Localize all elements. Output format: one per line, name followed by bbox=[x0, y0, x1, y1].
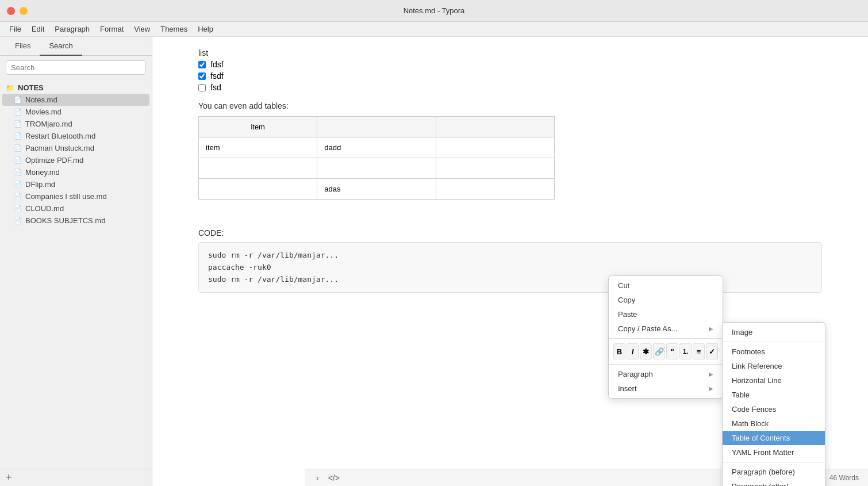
table-cell bbox=[436, 158, 554, 179]
submenu-math-block[interactable]: Math Block bbox=[723, 416, 825, 431]
format-ordered-button[interactable]: 1. bbox=[679, 343, 692, 359]
menu-view[interactable]: View bbox=[129, 24, 155, 35]
format-quote-button[interactable]: " bbox=[666, 343, 678, 359]
folder-notes[interactable]: 📁 NOTES bbox=[0, 82, 152, 94]
submenu-arrow-icon: ▶ bbox=[709, 326, 713, 332]
checkbox-fdsf-input[interactable] bbox=[198, 61, 206, 68]
checkbox-fsdf-input[interactable] bbox=[198, 72, 206, 80]
content-area: list fdsf fsdf fsd You can even add tabl… bbox=[152, 37, 868, 486]
editor-table: item item dadd bbox=[198, 116, 555, 200]
nav-back-button[interactable]: ‹ bbox=[314, 472, 321, 484]
code-label: CODE: bbox=[198, 228, 822, 238]
file-item-pacman[interactable]: 📄 Pacman Unstuck.md bbox=[0, 142, 152, 154]
nav-source-button[interactable]: </> bbox=[326, 472, 342, 484]
ctx-copy[interactable]: Copy bbox=[609, 293, 723, 307]
file-item-money[interactable]: 📄 Money.md bbox=[0, 166, 152, 178]
file-name: DFlip.md bbox=[25, 180, 55, 189]
section-text: You can even add tables: bbox=[198, 101, 822, 110]
folder-name: NOTES bbox=[18, 83, 44, 92]
insert-submenu: Image Footnotes Link Reference Horizonta… bbox=[722, 322, 825, 486]
add-file-button[interactable]: + bbox=[6, 472, 12, 484]
checkbox-fsd-label: fsd bbox=[210, 83, 221, 92]
submenu-table[interactable]: Table bbox=[723, 388, 825, 402]
close-button[interactable] bbox=[7, 7, 15, 15]
submenu-image[interactable]: Image bbox=[723, 325, 825, 339]
menu-paragraph[interactable]: Paragraph bbox=[50, 24, 94, 35]
submenu-paragraph-before[interactable]: Paragraph (before) bbox=[723, 465, 825, 479]
ctx-paragraph[interactable]: Paragraph ▶ bbox=[609, 367, 723, 381]
file-item-movies[interactable]: 📄 Movies.md bbox=[0, 106, 152, 118]
table-cell bbox=[199, 158, 317, 179]
checkbox-fsdf: fsdf bbox=[198, 71, 822, 81]
ctx-paste[interactable]: Paste bbox=[609, 307, 723, 322]
file-icon: 📄 bbox=[14, 132, 22, 140]
submenu-footnotes[interactable]: Footnotes bbox=[723, 345, 825, 359]
menu-help[interactable]: Help bbox=[193, 24, 218, 35]
table-row: adas bbox=[199, 179, 555, 200]
menu-edit[interactable]: Edit bbox=[27, 24, 49, 35]
menu-themes[interactable]: Themes bbox=[156, 24, 192, 35]
menu-file[interactable]: File bbox=[5, 24, 26, 35]
file-name: Optimize PDF.md bbox=[25, 156, 83, 164]
submenu-code-fences[interactable]: Code Fences bbox=[723, 402, 825, 416]
ctx-insert[interactable]: Insert ▶ bbox=[609, 381, 723, 396]
file-tree: 📁 NOTES 📄 Notes.md 📄 Movies.md 📄 TROMjar… bbox=[0, 79, 152, 469]
sidebar-bottom: + bbox=[0, 469, 152, 486]
code-block: sudo rm -r /var/lib/manjar... paccache -… bbox=[198, 242, 822, 293]
minimize-button[interactable] bbox=[20, 7, 28, 15]
checkbox-fsdf-label: fsdf bbox=[210, 71, 224, 81]
file-name: Restart Bluetooth.md bbox=[25, 132, 95, 140]
submenu-table-of-contents[interactable]: Table of Contents bbox=[723, 431, 825, 445]
format-italic-button[interactable]: I bbox=[627, 343, 639, 359]
file-icon: 📄 bbox=[14, 169, 22, 176]
file-icon: 📄 bbox=[14, 108, 22, 116]
tab-files[interactable]: Files bbox=[6, 37, 40, 56]
file-name: Companies I still use.md bbox=[25, 192, 107, 201]
file-item-optimize-pdf[interactable]: 📄 Optimize PDF.md bbox=[0, 154, 152, 166]
ctx-separator bbox=[609, 338, 723, 339]
code-line: sudo rm -r /var/lib/manjar... bbox=[208, 250, 812, 262]
table-cell: dadd bbox=[317, 137, 436, 158]
menu-format[interactable]: Format bbox=[95, 24, 128, 35]
file-name: CLOUD.md bbox=[25, 204, 64, 213]
file-item-companies[interactable]: 📄 Companies I still use.md bbox=[0, 190, 152, 202]
checkbox-fdsf-label: fdsf bbox=[210, 60, 224, 69]
file-icon: 📄 bbox=[14, 96, 22, 104]
file-item-tromjaro[interactable]: 📄 TROMjaro.md bbox=[0, 118, 152, 130]
table-cell: adas bbox=[317, 179, 436, 200]
context-menu: Cut Copy Paste Copy / Paste As... ▶ B I … bbox=[608, 275, 723, 399]
format-bold-button[interactable]: B bbox=[613, 343, 625, 359]
file-item-cloud[interactable]: 📄 CLOUD.md bbox=[0, 202, 152, 215]
format-star-button[interactable]: ✱ bbox=[640, 343, 652, 359]
checkbox-fsd: fsd bbox=[198, 83, 822, 92]
checkbox-fsd-input[interactable] bbox=[198, 84, 206, 91]
window-controls bbox=[7, 7, 28, 15]
titlebar: Notes.md - Typora bbox=[0, 0, 868, 22]
table-cell: item bbox=[199, 137, 317, 158]
format-check-button[interactable]: ✓ bbox=[706, 343, 718, 359]
status-nav: ‹ </> bbox=[314, 472, 342, 484]
ctx-cut[interactable]: Cut bbox=[609, 278, 723, 293]
format-unordered-button[interactable]: ≡ bbox=[693, 343, 705, 359]
file-icon: 📄 bbox=[14, 120, 22, 128]
file-item-books[interactable]: 📄 BOOKS SUBJETCS.md bbox=[0, 215, 152, 227]
search-input[interactable] bbox=[6, 60, 146, 75]
file-item-dflip[interactable]: 📄 DFlip.md bbox=[0, 178, 152, 190]
file-icon: 📄 bbox=[14, 144, 22, 152]
ctx-copy-paste-as[interactable]: Copy / Paste As... ▶ bbox=[609, 322, 723, 336]
list-header: list bbox=[198, 48, 822, 58]
file-icon: 📄 bbox=[14, 193, 22, 200]
submenu-paragraph-after[interactable]: Paragraph (after) bbox=[723, 479, 825, 486]
submenu-link-reference[interactable]: Link Reference bbox=[723, 359, 825, 373]
file-item-restart-bt[interactable]: 📄 Restart Bluetooth.md bbox=[0, 130, 152, 142]
submenu-yaml-front-matter[interactable]: YAML Front Matter bbox=[723, 445, 825, 460]
file-item-notes[interactable]: 📄 Notes.md bbox=[2, 94, 149, 106]
format-link-button[interactable]: 🔗 bbox=[653, 343, 665, 359]
tab-search[interactable]: Search bbox=[40, 37, 82, 56]
checkbox-fdsf: fdsf bbox=[198, 60, 822, 69]
sidebar-tabs: Files Search bbox=[0, 37, 152, 56]
submenu-horizontal-line[interactable]: Horizontal Line bbox=[723, 373, 825, 388]
search-box bbox=[0, 56, 152, 79]
table-cell bbox=[436, 137, 554, 158]
code-line: paccache -ruk0 bbox=[208, 262, 812, 274]
